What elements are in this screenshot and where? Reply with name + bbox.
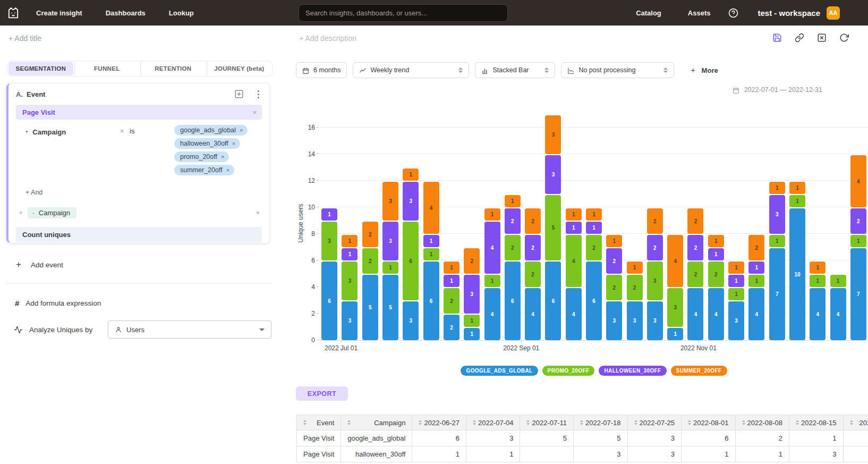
- column-header-2022-08-15[interactable]: 2022-08-15: [789, 415, 844, 431]
- close-square-icon[interactable]: [817, 33, 827, 43]
- remove-value-icon[interactable]: ×: [226, 167, 229, 173]
- bar-segment-halloween-30off: 1: [342, 248, 358, 260]
- sort-icon[interactable]: [580, 420, 583, 425]
- add-formula-button[interactable]: # Add formula expression: [15, 299, 101, 308]
- filter-value-tag[interactable]: summer_20off×: [174, 165, 234, 175]
- workspace-menu[interactable]: test - workspace: [758, 9, 820, 18]
- export-button[interactable]: EXPORT: [296, 386, 348, 401]
- column-header-2022-08-08[interactable]: 2022-08-08: [735, 415, 789, 431]
- stacked-bar-chart: 0246810121416631331152251333631611422111…: [319, 114, 868, 341]
- bar-segment-halloween-30off: 1: [748, 261, 764, 274]
- more-button[interactable]: + More: [691, 66, 718, 74]
- column-header-2022-07-25[interactable]: 2022-07-25: [627, 415, 682, 431]
- bar-segment-summer-20off: 4: [667, 235, 683, 287]
- bar-segment-promo-20off: 6: [403, 222, 419, 300]
- kebab-menu-icon[interactable]: [254, 89, 262, 99]
- table-cell: 6: [412, 431, 466, 446]
- column-header-2022-06-27[interactable]: 2022-06-27: [412, 415, 466, 431]
- filter-value-tag[interactable]: promo_20off×: [174, 151, 229, 162]
- sort-icon[interactable]: [850, 420, 853, 425]
- sort-icon[interactable]: [303, 420, 307, 425]
- column-header-event[interactable]: Event: [297, 415, 341, 431]
- cat-logo-icon[interactable]: [5, 5, 21, 21]
- bar-segment-halloween-30off: 3: [403, 182, 419, 221]
- refresh-icon[interactable]: [839, 33, 849, 43]
- link-icon[interactable]: [795, 33, 804, 43]
- help-icon[interactable]: [728, 8, 738, 18]
- remove-value-icon[interactable]: ×: [221, 154, 224, 160]
- remove-filter-icon[interactable]: ×: [120, 128, 124, 134]
- bar-segment-summer-20off: 4: [423, 182, 439, 234]
- nav-item-catalog[interactable]: Catalog: [636, 9, 661, 17]
- remove-value-icon[interactable]: ×: [232, 141, 235, 147]
- column-header-2022-07-11[interactable]: 2022-07-11: [520, 415, 574, 431]
- add-and-condition[interactable]: + And: [25, 189, 262, 198]
- column-header-2022-07-18[interactable]: 2022-07-18: [574, 415, 628, 431]
- add-description-button[interactable]: + Add description: [299, 34, 356, 43]
- filter-value-tag[interactable]: halloween_30off×: [174, 138, 240, 149]
- event-selector[interactable]: Page Visit ×: [16, 105, 262, 120]
- bar-segment-halloween-30off: 1: [444, 275, 459, 287]
- sort-icon[interactable]: [419, 420, 422, 425]
- sort-icon[interactable]: [634, 420, 637, 425]
- sort-icon[interactable]: [526, 420, 530, 425]
- trend-select[interactable]: Weekly trend: [353, 62, 469, 78]
- column-header-2022-08-01[interactable]: 2022-08-01: [682, 415, 736, 431]
- tab-retention[interactable]: RETENTION: [140, 62, 206, 75]
- nav-item-lookup[interactable]: Lookup: [169, 9, 194, 17]
- add-event-button[interactable]: + Add event: [16, 259, 63, 270]
- tab-funnel[interactable]: FUNNEL: [74, 62, 140, 75]
- data-table: EventCampaign2022-06-272022-07-042022-07…: [296, 415, 868, 462]
- bar-segment-promo-20off: 1: [769, 235, 785, 247]
- y-tick-label: 2: [288, 310, 315, 317]
- bar-segment-promo-20off: 1: [423, 248, 439, 260]
- legend-pill-summer-20off[interactable]: SUMMER_20OFF: [671, 366, 727, 376]
- chart-type-select[interactable]: Stacked Bar: [475, 62, 555, 78]
- bar-segment-promo-20off: 3: [342, 261, 358, 300]
- remove-breakdown-icon[interactable]: ×: [19, 210, 22, 216]
- filter-value-label: halloween_30off: [180, 140, 228, 147]
- filter-property[interactable]: · Campaign: [25, 127, 66, 137]
- date-window-button[interactable]: 6 months: [296, 62, 347, 78]
- column-header-202[interactable]: 202: [843, 415, 868, 431]
- filter-value-tag[interactable]: google_ads_global×: [174, 125, 248, 136]
- column-header-campaign[interactable]: Campaign: [341, 415, 412, 431]
- sort-icon[interactable]: [473, 420, 476, 425]
- y-tick-mark: [317, 340, 319, 340]
- date-range[interactable]: 2022-07-01 — 2022-12-31: [733, 86, 822, 94]
- sort-icon[interactable]: [796, 420, 799, 425]
- bar-segment-promo-20off: 3: [321, 222, 337, 260]
- sort-icon[interactable]: [347, 420, 351, 425]
- bar-segment-summer-20off: 1: [769, 182, 785, 194]
- nav-item-dashboards[interactable]: Dashboards: [106, 9, 146, 17]
- measure-selector[interactable]: Count uniques: [16, 227, 262, 242]
- analyze-by-select[interactable]: Users: [108, 320, 271, 339]
- nav-item-assets[interactable]: Assets: [688, 9, 711, 17]
- nav-item-create-insight[interactable]: Create insight: [36, 9, 82, 17]
- tab-segmentation[interactable]: SEGMENTATION: [8, 62, 73, 75]
- remove-event-icon[interactable]: ×: [252, 109, 257, 116]
- avatar[interactable]: AA: [827, 6, 840, 20]
- tab-journey-beta[interactable]: JOURNEY (beta): [207, 62, 272, 75]
- bullet-icon: ·: [25, 127, 28, 137]
- sort-icon[interactable]: [742, 420, 745, 425]
- add-title-button[interactable]: + Add title: [8, 34, 41, 43]
- duplicate-event-icon[interactable]: [234, 89, 244, 99]
- column-header-2022-07-04[interactable]: 2022-07-04: [466, 415, 520, 431]
- save-icon[interactable]: [772, 33, 782, 43]
- remove-value-icon[interactable]: ×: [240, 128, 243, 133]
- analyze-by-label: Analyze Uniques by: [29, 326, 92, 334]
- breakdown-property[interactable]: · Campaign: [28, 207, 76, 218]
- legend-pill-promo-20off[interactable]: PROMO_20OFF: [542, 366, 595, 376]
- bar-segment-halloween-30off: 1: [728, 275, 744, 287]
- search-input[interactable]: [299, 4, 508, 22]
- bar-segment-google-ads-global: 4: [484, 288, 500, 340]
- remove-breakdown-row-icon[interactable]: ×: [256, 209, 260, 216]
- legend-pill-google-ads-global[interactable]: GOOGLE_ADS_GLOBAL: [461, 366, 538, 376]
- y-tick-mark: [317, 127, 319, 128]
- legend-pill-halloween-30off[interactable]: HALLOWEEN_30OFF: [599, 366, 666, 376]
- filter-operator[interactable]: is: [130, 127, 134, 135]
- bar-segment-google-ads-global: 6: [505, 261, 521, 340]
- post-processing-select[interactable]: No post processing: [561, 62, 674, 78]
- sort-icon[interactable]: [688, 420, 691, 425]
